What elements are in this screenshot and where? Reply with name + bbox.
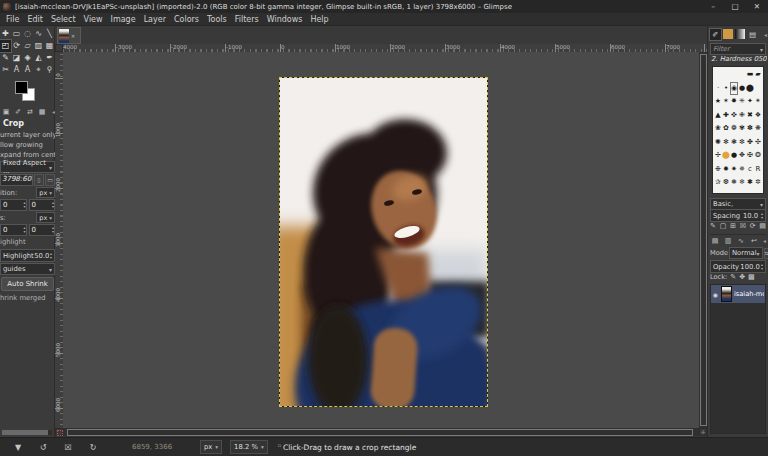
brush-item[interactable]: ▰ <box>754 68 762 81</box>
brush-item[interactable]: ✹ <box>722 163 730 176</box>
layers-tab[interactable]: ▤ <box>710 237 720 245</box>
minimize-button[interactable]: – <box>702 0 724 13</box>
quick-mask-toggle[interactable] <box>55 428 63 436</box>
brush-item[interactable]: ✦ <box>746 95 754 108</box>
reset-tool-preset-button[interactable]: ↻ <box>86 443 100 452</box>
size-width-spinner[interactable]: 0 ▴▾ <box>0 224 27 236</box>
highlight-opacity-slider[interactable]: Highlight 50.0 ▴▾ <box>0 249 55 262</box>
tool-text-edit-button[interactable]: A <box>22 64 33 76</box>
position-x-spinner[interactable]: 0 ▴▾ <box>0 199 27 211</box>
shrink-merged-checkbox[interactable]: hrink merged <box>0 293 55 304</box>
close-button[interactable]: ✕ <box>746 0 768 13</box>
layer-mode-dropdown[interactable]: Normal ▾ <box>729 247 763 259</box>
lock-pixels-icon[interactable]: ✎ <box>730 273 736 281</box>
patterns-tab[interactable] <box>723 29 733 39</box>
layer-row[interactable]: ◉ isaiah-mc <box>711 285 765 303</box>
brush-item[interactable] <box>722 68 730 81</box>
lock-position-icon[interactable]: ✥ <box>739 273 745 281</box>
tool-ink-button[interactable]: ✒ <box>44 52 55 64</box>
tool-scissors-button[interactable]: ✂ <box>0 64 11 76</box>
menu-windows[interactable]: Windows <box>263 13 307 26</box>
image-tab[interactable]: ✕ <box>57 27 81 44</box>
menu-file[interactable]: File <box>2 13 23 26</box>
landscape-orientation-button[interactable]: ▭ <box>45 174 55 186</box>
tool-pencil-button[interactable]: ✎ <box>0 52 11 64</box>
new-brush-button[interactable]: ▢ <box>720 222 727 230</box>
spin-down-icon[interactable]: ▾ <box>23 230 25 234</box>
brush-spacing-slider[interactable]: Spacing 10.0 ▴▾ <box>710 209 766 222</box>
channels-tab[interactable]: ▥ <box>723 237 733 245</box>
brush-item[interactable]: ✖ <box>746 109 754 122</box>
tool-paths-button[interactable]: ⌖ <box>33 64 44 76</box>
open-brush-as-image-button[interactable]: ▤ <box>759 222 766 230</box>
allow-growing-checkbox[interactable]: llow growing <box>0 140 55 150</box>
edit-brush-button[interactable]: ✎ <box>710 222 716 230</box>
brush-item[interactable]: ❃ <box>730 136 738 149</box>
brush-item[interactable] <box>738 68 746 81</box>
ruler-corner-button[interactable] <box>55 44 63 52</box>
spin-down-icon[interactable]: ▾ <box>761 267 763 271</box>
spin-down-icon[interactable]: ▾ <box>23 205 25 209</box>
foreground-color-swatch[interactable] <box>15 81 28 94</box>
close-icon[interactable]: ✕ <box>71 33 75 39</box>
highlight-checkbox[interactable]: ighlight <box>0 237 55 248</box>
tool-crop-button[interactable]: ◰ <box>0 40 11 52</box>
brush-item[interactable]: ✰ <box>714 176 722 189</box>
spin-down-icon[interactable]: ▾ <box>50 256 52 260</box>
tool-zoom-button[interactable]: ⚲ <box>44 64 55 76</box>
brush-item[interactable]: ▬ <box>746 68 754 81</box>
duplicate-brush-button[interactable]: ⊞ <box>730 222 736 230</box>
dock-menu-icon[interactable]: ◂ <box>764 31 767 38</box>
tool-gradient-button[interactable]: ◭ <box>33 52 44 64</box>
save-tool-preset-button[interactable]: ▼ <box>11 443 25 452</box>
images-tab[interactable]: ▦ <box>37 108 47 116</box>
brush-item[interactable]: ❁ <box>730 122 738 135</box>
brush-item[interactable]: ✻ <box>722 136 730 149</box>
undo-tab[interactable]: ↩ <box>749 237 759 245</box>
dock-menu-icon[interactable]: ◂ <box>763 237 766 244</box>
tool-measure-button[interactable]: ╲ <box>44 28 55 40</box>
brush-item[interactable]: ✿ <box>722 122 730 135</box>
brush-item[interactable]: ❂ <box>754 149 762 162</box>
left-dock-scrollbar[interactable] <box>2 430 52 435</box>
brush-item[interactable]: ★ <box>714 95 722 108</box>
position-unit-dropdown[interactable]: px ▾ <box>36 187 55 198</box>
tool-airbrush-button[interactable]: ◈ <box>22 52 33 64</box>
tool-options-tab[interactable]: ▣ <box>1 108 11 116</box>
brush-item[interactable]: ◉ <box>730 82 738 95</box>
canvas-viewport[interactable] <box>63 52 699 428</box>
tool-transform-button[interactable]: ▦ <box>44 40 55 52</box>
brush-item[interactable]: ▲ <box>714 109 722 122</box>
brush-item[interactable]: ⬤ <box>722 149 730 162</box>
brush-item[interactable]: ✽ <box>746 122 754 135</box>
tool-shear-button[interactable]: ▱ <box>22 40 33 52</box>
aspect-ratio-input[interactable]: 3798:600 <box>0 174 33 186</box>
menu-help[interactable]: Help <box>306 13 332 26</box>
brush-item[interactable] <box>730 68 738 81</box>
brush-item[interactable]: • <box>722 82 730 95</box>
brush-item[interactable]: ✺ <box>714 136 722 149</box>
undo-history-tab[interactable]: ⇄ <box>25 108 35 116</box>
brush-item[interactable] <box>714 68 722 81</box>
horizontal-scrollbar[interactable] <box>63 428 699 436</box>
menu-image[interactable]: Image <box>107 13 140 26</box>
tool-text-button[interactable]: A <box>11 64 22 76</box>
tool-rectangle-select-button[interactable]: ▭ <box>11 28 22 40</box>
position-y-spinner[interactable]: 0 ▴▾ <box>29 199 56 211</box>
brush-item[interactable]: ● <box>730 149 738 162</box>
tool-eraser-button[interactable]: ◪ <box>11 52 22 64</box>
tool-perspective-button[interactable]: ▨ <box>33 40 44 52</box>
menu-view[interactable]: View <box>80 13 107 26</box>
navigation-button[interactable]: ✛ <box>699 428 707 436</box>
brush-item[interactable]: · <box>714 82 722 95</box>
auto-shrink-button[interactable]: Auto Shrink <box>1 277 54 291</box>
brush-item[interactable]: ⬤ <box>746 82 754 95</box>
brush-item[interactable]: ● <box>738 82 746 95</box>
menu-filters[interactable]: Filters <box>231 13 263 26</box>
brush-item[interactable]: ❋ <box>754 122 762 135</box>
brush-item[interactable]: ✴ <box>754 95 762 108</box>
unit-dropdown[interactable]: px ▾ <box>200 440 222 454</box>
photo-image[interactable] <box>280 78 487 406</box>
brush-item[interactable]: ✲ <box>754 176 762 189</box>
brush-item[interactable]: ✠ <box>746 149 754 162</box>
